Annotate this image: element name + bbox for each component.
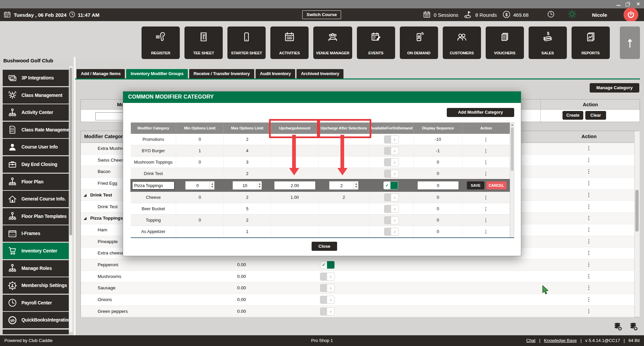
- switch-course-button[interactable]: Switch Course: [302, 10, 341, 19]
- toolbar-button-events[interactable]: EVENTS: [357, 26, 395, 59]
- modifier-category-column-header[interactable]: Modifier Category /: [84, 134, 128, 139]
- available-on-demand-toggle[interactable]: x: [384, 205, 399, 213]
- tab-add-manage-items[interactable]: Add / Manage Items: [76, 69, 125, 78]
- modifier-row-drink-test[interactable]: Drink Test2x0⋮: [131, 168, 510, 179]
- on-demand-toggle[interactable]: x: [320, 296, 335, 304]
- sidebar-item-class-management[interactable]: Class Management: [3, 87, 69, 104]
- min-options-stepper[interactable]: 0: [185, 181, 215, 190]
- minimize-icon[interactable]: [616, 1, 621, 6]
- toolbar-button-customers[interactable]: CUSTOMERS: [443, 26, 481, 59]
- sidebar-item-inventory-center[interactable]: Inventory Center: [3, 243, 69, 259]
- power-button[interactable]: [624, 7, 638, 22]
- tab-receive-transfer-inventory[interactable]: Receive / Transfer Inventory: [189, 69, 254, 78]
- row-actions-menu-icon[interactable]: ⋮: [484, 148, 489, 154]
- manage-category-button[interactable]: Manage Category: [590, 83, 639, 93]
- toolbar-button-venue-manager[interactable]: VENUE MANAGER: [313, 26, 352, 59]
- available-on-demand-toggle[interactable]: x: [384, 193, 399, 201]
- modifier-row-byo-burger[interactable]: BYO Burger14x-1⋮: [131, 145, 510, 157]
- row-actions-menu-icon[interactable]: ⋮: [584, 168, 594, 174]
- toolbar-button-activities[interactable]: ACTIVITIES: [270, 26, 309, 59]
- modifier-name-input[interactable]: Pizza Toppings: [132, 181, 175, 190]
- row-actions-menu-icon[interactable]: ⋮: [584, 238, 594, 244]
- save-button[interactable]: SAVE: [467, 181, 484, 189]
- row-actions-menu-icon[interactable]: ⋮: [584, 157, 594, 163]
- modifier-row-cheese[interactable]: Cheese021.002x0⋮: [131, 192, 510, 203]
- max-options-stepper[interactable]: 10: [232, 181, 262, 190]
- clear-button[interactable]: Clear: [585, 111, 606, 120]
- table-scrollbar-thumb[interactable]: [635, 190, 639, 232]
- tab-audit-inventory[interactable]: Audit Inventory: [256, 69, 295, 78]
- sidebar-item-manage-roles[interactable]: Manage Roles: [3, 260, 69, 277]
- available-on-demand-toggle[interactable]: x: [384, 135, 399, 143]
- row-actions-menu-icon[interactable]: ⋮: [484, 218, 489, 223]
- display-sequence-input[interactable]: 0: [417, 181, 459, 190]
- available-on-demand-toggle[interactable]: ✓: [383, 181, 398, 189]
- toolbar-button-reports[interactable]: REPORTS: [572, 26, 610, 59]
- row-actions-menu-icon[interactable]: ⋮: [484, 160, 489, 165]
- settings-gear-icon[interactable]: [568, 9, 577, 19]
- toolbar-button-sales[interactable]: $SALES: [529, 26, 567, 59]
- row-actions-menu-icon[interactable]: ⋮: [584, 285, 594, 291]
- table-scrollbar[interactable]: [634, 131, 640, 317]
- row-actions-menu-icon[interactable]: ⋮: [484, 206, 489, 212]
- row-actions-menu-icon[interactable]: ⋮: [584, 215, 594, 221]
- sidebar-scrollbar-thumb[interactable]: [69, 68, 72, 235]
- create-button[interactable]: Create: [562, 111, 583, 120]
- toolbar-button-vouchers[interactable]: VOUCHERS: [486, 26, 524, 59]
- modal-scrollbar[interactable]: [510, 122, 514, 237]
- modal-close-button[interactable]: Close: [312, 242, 337, 251]
- toolbar-button-starter-sheet[interactable]: STARTER SHEET: [227, 26, 266, 59]
- row-actions-menu-icon[interactable]: ⋮: [584, 262, 594, 268]
- category-row-green-peppers-14[interactable]: Green peppers0.00x⋮: [81, 306, 634, 318]
- cancel-button[interactable]: CANCEL: [486, 181, 506, 189]
- tab-inventory-modifier-groups[interactable]: Inventory Modifier Groups: [126, 69, 188, 78]
- available-on-demand-toggle[interactable]: x: [384, 228, 399, 236]
- sidebar-item-3p-integrations[interactable]: $3P Integrations: [3, 70, 69, 86]
- row-actions-menu-icon[interactable]: ⋮: [484, 171, 489, 176]
- row-actions-menu-icon[interactable]: ⋮: [484, 137, 489, 142]
- row-actions-menu-icon[interactable]: ⋮: [584, 296, 594, 302]
- row-actions-menu-icon[interactable]: ⋮: [584, 308, 594, 314]
- modifier-row-topping[interactable]: Topping02x0⋮: [131, 215, 510, 226]
- toolbar-button-on-demand[interactable]: ON DEMAND: [400, 26, 438, 59]
- sidebar-item-floor-plan[interactable]: Floor Plan: [3, 174, 69, 190]
- category-row-mushrooms-11[interactable]: Mushrooms0.00x⋮: [81, 271, 634, 283]
- sidebar-item-course-user-info[interactable]: Course User Info: [3, 139, 69, 155]
- expand-triangle-icon[interactable]: [84, 217, 87, 220]
- add-modifier-category-button[interactable]: Add Modifier Category: [447, 108, 514, 117]
- row-actions-menu-icon[interactable]: ⋮: [584, 273, 594, 279]
- sidebar-item-partial[interactable]: [3, 330, 69, 334]
- row-actions-menu-icon[interactable]: ⋮: [584, 250, 594, 256]
- modal-scrollbar-thumb[interactable]: [511, 127, 514, 171]
- on-demand-toggle[interactable]: x: [320, 307, 335, 315]
- row-actions-menu-icon[interactable]: ⋮: [584, 204, 594, 210]
- category-row-onions-13[interactable]: Onions0.00x⋮: [81, 294, 634, 306]
- modifier-row-mushroom-toppings[interactable]: Mushroom Toppings03x0⋮: [131, 157, 510, 168]
- available-on-demand-toggle[interactable]: x: [384, 170, 399, 178]
- sidebar-item-payroll-center[interactable]: Payroll Center: [3, 295, 69, 311]
- on-demand-toggle[interactable]: x: [320, 273, 335, 281]
- available-on-demand-toggle[interactable]: x: [384, 216, 399, 224]
- sidebar-item-activity-center[interactable]: Activity Center: [3, 104, 69, 121]
- user-name[interactable]: Nicole: [592, 12, 607, 18]
- link-knowledge-base[interactable]: Knowledge Base: [544, 338, 577, 343]
- sidebar-item-general-course-info[interactable]: General Course Info.: [3, 191, 69, 207]
- time-clock-icon[interactable]: [547, 10, 555, 18]
- sidebar-item-quickbooksintegration[interactable]: qbQuickBooksIntegration: [3, 312, 69, 328]
- row-actions-menu-icon[interactable]: ⋮: [584, 192, 594, 198]
- modifier-row-as-appetizer[interactable]: As Appetizer1x0⋮: [131, 226, 510, 237]
- restore-icon[interactable]: [625, 1, 631, 7]
- category-row-pepperoni-10[interactable]: Pepperoni0.00✓⋮: [81, 259, 634, 271]
- available-on-demand-toggle[interactable]: x: [384, 147, 399, 155]
- row-actions-menu-icon[interactable]: ⋮: [584, 180, 594, 186]
- sidebar-item-i-frames[interactable]: </>I-Frames: [3, 225, 69, 242]
- tab-archived-inventory[interactable]: Archived Inventory: [297, 69, 343, 78]
- upcharge-amount-input[interactable]: 2.00: [274, 181, 316, 190]
- row-actions-menu-icon[interactable]: ⋮: [484, 195, 489, 200]
- row-actions-menu-icon[interactable]: ⋮: [484, 229, 489, 234]
- database-download-icon[interactable]: [613, 322, 623, 332]
- modifier-row-beer-bucket[interactable]: Beer Bucket5x0⋮: [131, 203, 510, 215]
- toolbar-button-tee-sheet[interactable]: TEE SHEET: [184, 26, 223, 59]
- toolbar-button-register[interactable]: REGISTER: [142, 26, 180, 59]
- scroll-up-button[interactable]: [620, 26, 640, 59]
